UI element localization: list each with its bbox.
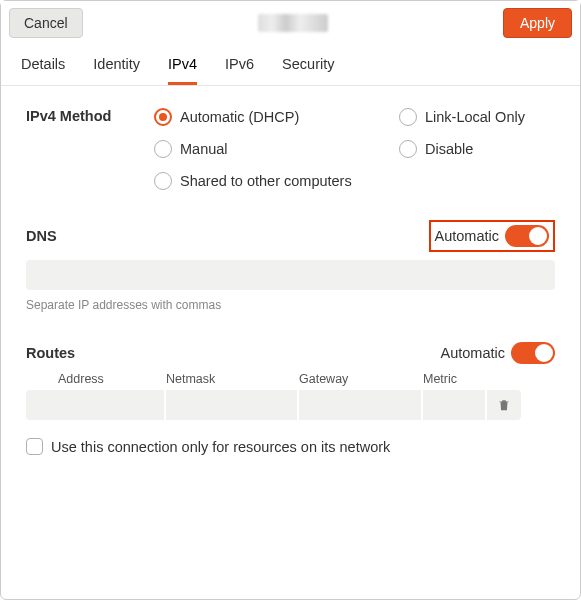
- route-metric-input[interactable]: [423, 390, 485, 420]
- radio-manual[interactable]: Manual: [154, 140, 399, 158]
- dns-input[interactable]: [26, 260, 555, 290]
- radio-icon: [399, 140, 417, 158]
- radio-label: Disable: [425, 141, 473, 157]
- radio-link-local[interactable]: Link-Local Only: [399, 108, 555, 126]
- trash-icon: [497, 398, 511, 412]
- tab-ipv6[interactable]: IPv6: [225, 45, 254, 85]
- routes-section: Routes Automatic Address Netmask Gateway…: [26, 342, 555, 455]
- radio-disable[interactable]: Disable: [399, 140, 555, 158]
- radio-label: Manual: [180, 141, 228, 157]
- radio-icon: [154, 140, 172, 158]
- dns-section: DNS Automatic Separate IP addresses with…: [26, 220, 555, 312]
- radio-icon: [399, 108, 417, 126]
- radio-icon: [154, 172, 172, 190]
- col-address: Address: [26, 372, 166, 386]
- tab-ipv4[interactable]: IPv4: [168, 45, 197, 85]
- dns-helper-text: Separate IP addresses with commas: [26, 298, 555, 312]
- routes-label: Routes: [26, 345, 75, 361]
- route-netmask-input[interactable]: [166, 390, 297, 420]
- col-metric: Metric: [423, 372, 555, 386]
- cancel-button[interactable]: Cancel: [9, 8, 83, 38]
- dialog-title-obscured: [258, 14, 328, 32]
- checkbox-label: Use this connection only for resources o…: [51, 439, 390, 455]
- radio-icon: [154, 108, 172, 126]
- radio-shared[interactable]: Shared to other computers: [154, 172, 555, 190]
- tabs-bar: Details Identity IPv4 IPv6 Security: [1, 45, 580, 86]
- routes-toggle-label: Automatic: [441, 345, 505, 361]
- tab-content: IPv4 Method Automatic (DHCP) Link-Local …: [1, 86, 580, 477]
- ipv4-method-options: Automatic (DHCP) Link-Local Only Manual …: [154, 108, 555, 190]
- tab-security[interactable]: Security: [282, 45, 334, 85]
- tab-identity[interactable]: Identity: [93, 45, 140, 85]
- dns-label: DNS: [26, 228, 57, 244]
- routes-table: Address Netmask Gateway Metric: [26, 372, 555, 420]
- route-address-input[interactable]: [26, 390, 164, 420]
- radio-label: Shared to other computers: [180, 173, 352, 189]
- delete-route-button[interactable]: [487, 390, 521, 420]
- ipv4-method-label: IPv4 Method: [26, 108, 154, 190]
- routes-automatic-toggle[interactable]: [511, 342, 555, 364]
- routes-header: Address Netmask Gateway Metric: [26, 372, 555, 390]
- radio-label: Link-Local Only: [425, 109, 525, 125]
- apply-button[interactable]: Apply: [503, 8, 572, 38]
- dns-automatic-toggle[interactable]: [505, 225, 549, 247]
- col-gateway: Gateway: [299, 372, 423, 386]
- use-only-for-resources-checkbox[interactable]: Use this connection only for resources o…: [26, 438, 555, 455]
- col-netmask: Netmask: [166, 372, 299, 386]
- ipv4-method-section: IPv4 Method Automatic (DHCP) Link-Local …: [26, 108, 555, 190]
- network-settings-dialog: Cancel Apply Details Identity IPv4 IPv6 …: [0, 0, 581, 600]
- tab-details[interactable]: Details: [21, 45, 65, 85]
- dns-toggle-label: Automatic: [435, 228, 499, 244]
- checkbox-icon: [26, 438, 43, 455]
- route-gateway-input[interactable]: [299, 390, 421, 420]
- table-row: [26, 390, 555, 420]
- radio-label: Automatic (DHCP): [180, 109, 299, 125]
- dns-automatic-highlight: Automatic: [429, 220, 555, 252]
- dialog-header: Cancel Apply: [1, 1, 580, 45]
- radio-automatic-dhcp[interactable]: Automatic (DHCP): [154, 108, 399, 126]
